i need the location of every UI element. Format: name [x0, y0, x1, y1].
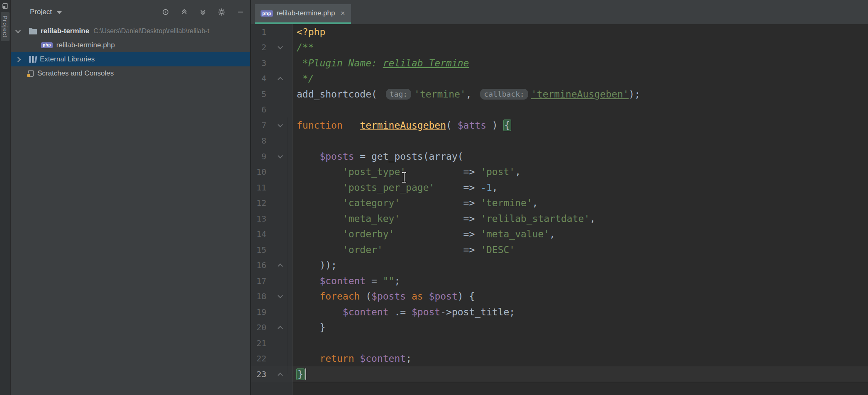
- fold-marker-icon[interactable]: [278, 154, 283, 159]
- code-line-text[interactable]: function termineAusgeben( $atts ) {: [293, 117, 868, 133]
- code-editor[interactable]: 1<?php2/**3 *Plugin Name: relilab Termin…: [251, 24, 868, 395]
- expand-all-icon[interactable]: [199, 8, 207, 16]
- gutter[interactable]: 21: [251, 335, 293, 351]
- code-line-text[interactable]: foreach ($posts as $post) {: [293, 289, 868, 305]
- gutter[interactable]: 5: [251, 86, 293, 102]
- project-toolbar: [161, 0, 244, 24]
- fold-marker-icon[interactable]: [278, 76, 283, 81]
- gutter[interactable]: 16: [251, 258, 293, 273]
- code-line[interactable]: 22 return $content;: [251, 351, 868, 367]
- code-line[interactable]: 7function termineAusgeben( $atts ) {: [251, 117, 868, 133]
- collapse-all-icon[interactable]: [180, 8, 188, 16]
- chevron-down-icon[interactable]: [57, 11, 62, 14]
- gutter[interactable]: 18: [251, 289, 293, 305]
- code-line[interactable]: 9 $posts = get_posts(array(: [251, 149, 868, 164]
- chevron-collapsed-icon[interactable]: [15, 57, 21, 62]
- code-line-text[interactable]: <?php: [293, 24, 868, 40]
- gutter[interactable]: 23: [251, 366, 293, 382]
- code-line[interactable]: 12 'category' => 'termine',: [251, 195, 868, 211]
- fold-marker-icon[interactable]: [278, 294, 283, 299]
- code-line-text[interactable]: [293, 102, 868, 118]
- code-line-text[interactable]: }: [293, 366, 868, 382]
- hide-panel-icon[interactable]: [236, 8, 244, 16]
- gutter[interactable]: 3: [251, 55, 293, 71]
- fold-marker-icon[interactable]: [278, 325, 283, 330]
- code-line-text[interactable]: $content .= $post->post_title;: [293, 304, 868, 320]
- code-line[interactable]: 1<?php: [251, 24, 868, 40]
- fold-marker-icon[interactable]: [278, 372, 283, 377]
- code-line[interactable]: 15 'order' => 'DESC': [251, 242, 868, 258]
- gutter[interactable]: 8: [251, 133, 293, 149]
- settings-gear-icon[interactable]: [217, 8, 226, 16]
- code-line-text[interactable]: */: [293, 71, 868, 87]
- gutter[interactable]: 20: [251, 320, 293, 336]
- code-line-text[interactable]: return $content;: [293, 351, 868, 367]
- code-line[interactable]: 20 }: [251, 320, 868, 336]
- gutter[interactable]: 7: [251, 117, 293, 133]
- code-line[interactable]: 21: [251, 335, 868, 351]
- code-line-text[interactable]: 'order' => 'DESC': [293, 242, 868, 258]
- tree-item-external-libraries[interactable]: External Libraries: [11, 52, 250, 66]
- gutter[interactable]: 17: [251, 273, 293, 289]
- gutter[interactable]: 15: [251, 242, 293, 258]
- project-panel-title[interactable]: Project: [30, 8, 52, 16]
- gutter[interactable]: 2: [251, 40, 293, 56]
- gutter[interactable]: 9: [251, 149, 293, 164]
- gutter[interactable]: 19: [251, 304, 293, 320]
- code-line[interactable]: 18 foreach ($posts as $post) {: [251, 289, 868, 305]
- code-line[interactable]: 19 $content .= $post->post_title;: [251, 304, 868, 320]
- gutter[interactable]: 1: [251, 24, 293, 40]
- code-line-text[interactable]: [293, 133, 868, 149]
- code-line-text[interactable]: $content = "";: [293, 273, 868, 289]
- code-line-text[interactable]: ));: [293, 258, 868, 273]
- tree-item-label: External Libraries: [40, 55, 95, 63]
- gutter[interactable]: 6: [251, 102, 293, 118]
- code-line-text[interactable]: $posts = get_posts(array(: [293, 149, 868, 164]
- code-line-text[interactable]: }: [293, 320, 868, 336]
- fold-marker-icon[interactable]: [278, 263, 283, 268]
- code-line-text[interactable]: 'posts_per_page' => -1,: [293, 180, 868, 195]
- gutter[interactable]: 14: [251, 227, 293, 242]
- code-line[interactable]: 5add_shortcode( tag:'termine', callback:…: [251, 86, 868, 102]
- tab-relilab-termine-php[interactable]: php relilab-termine.php ×: [255, 4, 351, 24]
- code-line[interactable]: 10 'post_type' => 'post',: [251, 164, 868, 180]
- code-line[interactable]: 11 'posts_per_page' => -1,: [251, 180, 868, 195]
- code-line[interactable]: 3 *Plugin Name: relilab Termine: [251, 55, 868, 71]
- gutter[interactable]: 10: [251, 164, 293, 180]
- code-line-text[interactable]: add_shortcode( tag:'termine', callback:'…: [293, 86, 868, 102]
- code-line-text[interactable]: 'category' => 'termine',: [293, 195, 868, 211]
- gutter[interactable]: 22: [251, 351, 293, 367]
- code-line[interactable]: 2/**: [251, 40, 868, 56]
- gutter[interactable]: 13: [251, 211, 293, 227]
- code-line[interactable]: 23}: [251, 366, 868, 382]
- code-line-text[interactable]: *Plugin Name: relilab Termine: [293, 55, 868, 71]
- tool-strip-project-label[interactable]: Project: [1, 12, 10, 41]
- code-line-text[interactable]: 'post_type' => 'post',: [293, 164, 868, 180]
- code-line[interactable]: 16 ));: [251, 258, 868, 273]
- code-line[interactable]: 6: [251, 102, 868, 118]
- fold-marker-icon[interactable]: [278, 45, 283, 50]
- close-icon[interactable]: ×: [340, 9, 345, 18]
- code-line[interactable]: 14 'orderby' => 'meta_value',: [251, 227, 868, 242]
- code-line-text[interactable]: 'meta_key' => 'relilab_startdate',: [293, 211, 868, 227]
- code-line-text[interactable]: /**: [293, 40, 868, 56]
- gutter[interactable]: 11: [251, 180, 293, 195]
- code-line-text[interactable]: [293, 335, 868, 351]
- code-line[interactable]: 8: [251, 133, 868, 149]
- locate-icon[interactable]: [161, 8, 170, 16]
- code-line-text[interactable]: 'orderby' => 'meta_value',: [293, 227, 868, 242]
- chevron-expanded-icon[interactable]: [15, 28, 21, 33]
- gutter[interactable]: 4: [251, 71, 293, 87]
- tree-item-scratches[interactable]: Scratches and Consoles: [11, 66, 250, 80]
- tree-item-php-file[interactable]: php relilab-termine.php: [11, 38, 250, 52]
- code-line[interactable]: 17 $content = "";: [251, 273, 868, 289]
- tool-window-icon[interactable]: [2, 3, 8, 9]
- code-line[interactable]: 13 'meta_key' => 'relilab_startdate',: [251, 211, 868, 227]
- line-number: 11: [256, 183, 266, 193]
- gutter-filler: [251, 382, 293, 395]
- gutter[interactable]: 12: [251, 195, 293, 211]
- code-line[interactable]: 4 */: [251, 71, 868, 87]
- tree-item-project-root[interactable]: relilab-termine C:\Users\Daniel\Desktop\…: [11, 24, 250, 38]
- code-lines: 1<?php2/**3 *Plugin Name: relilab Termin…: [251, 24, 868, 382]
- fold-marker-icon[interactable]: [278, 123, 283, 128]
